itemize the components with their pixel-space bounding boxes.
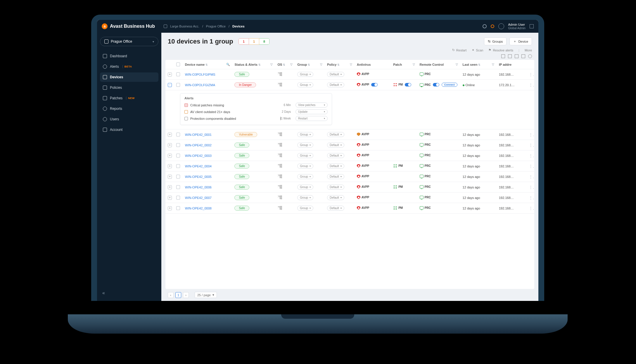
settings-icon[interactable] [483, 24, 487, 28]
page-next[interactable]: › [183, 292, 189, 298]
connect-button[interactable]: Connect [442, 83, 457, 87]
expand-row-button[interactable]: + [168, 72, 172, 77]
row-checkbox[interactable] [176, 143, 180, 147]
action-more[interactable]: More [525, 48, 532, 52]
apps-icon[interactable] [530, 24, 534, 28]
crumb-site[interactable]: Prague Office [206, 25, 226, 28]
policy-select[interactable]: Default▾ [327, 72, 344, 77]
col-os[interactable]: OS⇅▽ [275, 60, 295, 69]
table-row[interactable]: +WIN-OPE42_0006SafeGroup▾Default▾AVPPPMP… [165, 182, 534, 193]
table-row[interactable]: +WIN-OPE42_0008SafeGroup▾Default▾AVPPPMP… [165, 203, 534, 214]
policy-select[interactable]: Default▾ [327, 132, 344, 137]
device-name-link[interactable]: WIN-OPE42_0002 [185, 143, 212, 147]
expand-icon[interactable] [501, 54, 505, 58]
group-select[interactable]: Group▾ [297, 72, 313, 77]
col-patch[interactable]: Patch▽ [391, 60, 417, 69]
row-menu-button[interactable]: ⋮ [526, 80, 534, 90]
filter-icon[interactable]: ▽ [413, 63, 415, 66]
device-name-link[interactable]: WIN-OPE42_0003 [185, 154, 212, 157]
device-name-link[interactable]: WIN-OPE42_0001 [185, 133, 212, 136]
table-row[interactable]: −WIN-O3POLFGIZMAIn DangerGroup▾Default▾A… [165, 80, 534, 90]
group-select[interactable]: Group▾ [297, 153, 313, 158]
col-remote-control[interactable]: Remote Control▽ [417, 60, 460, 69]
nav-policies[interactable]: Policies [100, 83, 158, 92]
nav-patches[interactable]: PatchesNEW [100, 93, 158, 103]
av-toggle[interactable] [371, 83, 378, 86]
site-switcher[interactable]: Prague Office ▾ [100, 37, 158, 46]
filter-icon[interactable]: ▽ [456, 63, 458, 66]
expand-row-button[interactable]: + [168, 143, 172, 147]
filter-icon[interactable]: ▽ [350, 63, 352, 66]
device-name-link[interactable]: WIN-OPE42_0005 [185, 175, 212, 178]
row-checkbox[interactable] [176, 133, 180, 136]
row-menu-button[interactable]: ⋮ [526, 150, 534, 161]
row-checkbox[interactable] [176, 185, 180, 189]
collapse-sidebar-icon[interactable]: « [102, 290, 105, 296]
select-all-checkbox[interactable] [176, 63, 180, 66]
row-menu-button[interactable]: ⋮ [526, 129, 534, 140]
row-checkbox[interactable] [176, 196, 180, 200]
device-name-link[interactable]: WIN-OPE42_0006 [185, 186, 212, 189]
col-status[interactable]: Status & Alerts⇅▽ [232, 60, 275, 69]
group-select[interactable]: Group▾ [297, 195, 313, 200]
group-select[interactable]: Group▾ [297, 206, 313, 211]
nav-alerts[interactable]: AlertsBETA [100, 62, 158, 71]
row-checkbox[interactable] [176, 175, 180, 178]
expand-row-button[interactable]: + [168, 133, 172, 137]
row-menu-button[interactable]: ⋮ [526, 140, 534, 150]
device-name-link[interactable]: WIN-OPE42_0007 [185, 196, 212, 200]
row-checkbox[interactable] [176, 154, 180, 157]
col-last-seen[interactable]: Last seen⇅▽ [460, 60, 497, 69]
columns-toggle-icon[interactable] [508, 54, 512, 58]
patch-toggle[interactable] [405, 83, 411, 86]
alert-action-select[interactable]: Update▾ [295, 109, 328, 114]
alert-action-select[interactable]: Restart▾ [295, 116, 328, 121]
row-menu-button[interactable]: ⋮ [526, 182, 534, 193]
policy-select[interactable]: Default▾ [327, 153, 344, 158]
table-row[interactable]: +WIN-OPE42_0005SafeGroup▾Default▾AVPPPRC… [165, 171, 534, 182]
device-name-link[interactable]: WIN-O3POLFGIZMA [185, 83, 215, 87]
device-name-link[interactable]: WIN-O3POLFGIPMS [185, 73, 215, 76]
nav-users[interactable]: Users [100, 115, 158, 124]
alert-action-select[interactable]: View patches▾ [295, 103, 328, 108]
col-antivirus[interactable]: Antivirus [355, 60, 391, 69]
crumb-account[interactable]: Large Business Acc. [170, 25, 199, 28]
row-checkbox[interactable] [176, 206, 180, 210]
col-ip[interactable]: IP addre [497, 60, 526, 69]
device-name-link[interactable]: WIN-OPE42_0004 [185, 164, 212, 168]
expand-row-button[interactable]: + [168, 175, 172, 179]
count-vulnerable[interactable]: 1 [249, 38, 259, 45]
groups-button[interactable]: ⇆Groups [484, 37, 507, 45]
table-row[interactable]: +WIN-OPE42_0003SafeGroup▾Default▾AVPPPRC… [165, 150, 534, 161]
count-safe[interactable]: 8 [259, 38, 269, 45]
expand-row-button[interactable]: + [168, 196, 172, 200]
group-select[interactable]: Group▾ [297, 132, 313, 137]
policy-select[interactable]: Default▾ [327, 143, 344, 148]
col-device-name[interactable]: Device name⇅🔍 [183, 60, 232, 69]
policy-select[interactable]: Default▾ [327, 174, 344, 179]
refresh-icon[interactable] [528, 54, 532, 58]
table-row[interactable]: +WIN-OPE42_0001VulnerableGroup▾Default▾A… [165, 129, 534, 140]
download-icon[interactable] [521, 54, 525, 58]
table-row[interactable]: +WIN-O3POLFGIPMSSafeGroup▾Default▾AVPPPR… [165, 69, 534, 80]
filter-icon[interactable]: ▽ [290, 63, 293, 66]
expand-row-button[interactable]: + [168, 164, 172, 168]
nav-reports[interactable]: Reports [100, 104, 158, 113]
group-select[interactable]: Group▾ [297, 174, 313, 179]
avatar-icon[interactable] [498, 23, 504, 29]
nav-account[interactable]: Account [100, 125, 158, 134]
notifications-icon[interactable] [491, 25, 494, 28]
table-row[interactable]: +WIN-OPE42_0002SafeGroup▾Default▾AVPPPRC… [165, 140, 534, 150]
mute-icon[interactable] [280, 117, 281, 120]
device-name-link[interactable]: WIN-OPE42_0008 [185, 207, 212, 210]
page-size-select[interactable]: 25 / page▾ [195, 292, 217, 298]
row-menu-button[interactable]: ⋮ [526, 193, 534, 203]
table-row[interactable]: +WIN-OPE42_0004SafeGroup▾Default▾AVPPPMP… [165, 161, 534, 171]
policy-select[interactable]: Default▾ [327, 185, 344, 190]
row-menu-button[interactable]: ⋮ [526, 161, 534, 171]
page-1[interactable]: 1 [175, 292, 181, 298]
expand-row-button[interactable]: − [168, 83, 172, 87]
group-select[interactable]: Group▾ [297, 143, 313, 148]
action-scan[interactable]: ✦ Scan [472, 48, 483, 52]
page-prev[interactable]: ‹ [168, 292, 174, 298]
